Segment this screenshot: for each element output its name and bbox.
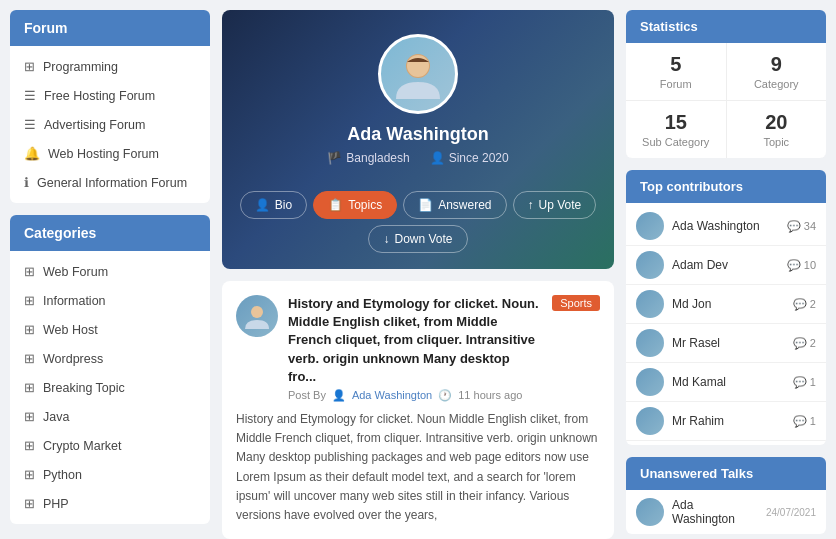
contributor-name: Ada Washington: [672, 219, 779, 233]
category-item-icon: ⊞: [24, 322, 35, 337]
contributor-count: 💬 2: [793, 337, 816, 350]
sidebar-forum-item[interactable]: ⊞Programming: [10, 52, 210, 81]
post-author-link[interactable]: Ada Washington: [352, 389, 432, 401]
sidebar-category-item[interactable]: ⊞Crypto Market: [10, 431, 210, 460]
contributor-name: Adam Dev: [672, 258, 779, 272]
category-item-icon: ⊞: [24, 351, 35, 366]
profile-tab-answered[interactable]: 📄Answered: [403, 191, 506, 219]
forum-item-label: General Information Forum: [37, 176, 187, 190]
sidebar-category-item[interactable]: ⊞Web Forum: [10, 257, 210, 286]
contributor-name: Mr Rasel: [672, 336, 785, 350]
profile-name: Ada Washington: [347, 124, 488, 145]
sidebar-forum-item[interactable]: ☰Free Hosting Forum: [10, 81, 210, 110]
contributor-name: Md Kamal: [672, 375, 785, 389]
category-item-icon: ⊞: [24, 409, 35, 424]
contributor-item[interactable]: Ada Washington 💬 34: [626, 207, 826, 246]
contributor-avatar: [636, 251, 664, 279]
contributor-avatar: [636, 212, 664, 240]
profile-tab-down-vote[interactable]: ↓Down Vote: [368, 225, 467, 253]
profile-tab-bio[interactable]: 👤Bio: [240, 191, 307, 219]
contributor-item[interactable]: Md Kamal 💬 1: [626, 363, 826, 402]
category-item-label: Web Forum: [43, 265, 108, 279]
category-item-icon: ⊞: [24, 496, 35, 511]
sidebar-category-item[interactable]: ⊞Information: [10, 286, 210, 315]
post-meta: Post By 👤 Ada Washington 🕐 11 hours ago: [288, 389, 600, 402]
forum-item-label: Free Hosting Forum: [44, 89, 155, 103]
category-item-icon: ⊞: [24, 467, 35, 482]
contributor-avatar: [636, 290, 664, 318]
contributor-count: 💬 10: [787, 259, 816, 272]
stat-label: Sub Category: [632, 136, 720, 148]
tab-icon: 👤: [255, 198, 270, 212]
sidebar-forum-item[interactable]: ☰Advertising Forum: [10, 110, 210, 139]
profile-tab-topics[interactable]: 📋Topics: [313, 191, 397, 219]
unanswered-date: 24/07/2021: [766, 507, 816, 518]
stat-number: 15: [632, 111, 720, 134]
unanswered-name: Ada Washington: [672, 498, 758, 526]
sidebar-category-item[interactable]: ⊞Python: [10, 460, 210, 489]
category-item-icon: ⊞: [24, 438, 35, 453]
category-item-label: Java: [43, 410, 69, 424]
right-sidebar: Statistics 5Forum9Category15Sub Category…: [626, 10, 826, 539]
categories-section: Categories ⊞Web Forum⊞Information⊞Web Ho…: [10, 215, 210, 524]
user-icon: 👤: [430, 151, 445, 165]
profile-country: 🏴 Bangladesh: [327, 151, 409, 165]
forum-header: Forum: [10, 10, 210, 46]
tab-label: Down Vote: [394, 232, 452, 246]
profile-since: 👤 Since 2020: [430, 151, 509, 165]
unanswered-widget: Unanswered Talks Ada Washington 24/07/20…: [626, 457, 826, 534]
contributor-item[interactable]: Mr Rahim 💬 1: [626, 402, 826, 441]
stat-label: Category: [733, 78, 821, 90]
sidebar-category-item[interactable]: ⊞Java: [10, 402, 210, 431]
category-item-label: Python: [43, 468, 82, 482]
forum-section: Forum ⊞Programming☰Free Hosting Forum☰Ad…: [10, 10, 210, 203]
flag-icon: 🏴: [327, 151, 342, 165]
stat-label: Topic: [733, 136, 821, 148]
forum-item-icon: ☰: [24, 88, 36, 103]
contributor-name: Md Jon: [672, 297, 785, 311]
forum-item-icon: 🔔: [24, 146, 40, 161]
post-card: Sports History and Etymology for clicket…: [222, 281, 614, 539]
unanswered-item[interactable]: Ada Washington 24/07/2021: [626, 490, 826, 534]
forum-item-icon: ⊞: [24, 59, 35, 74]
sidebar-forum-item[interactable]: 🔔Web Hosting Forum: [10, 139, 210, 168]
tab-label: Topics: [348, 198, 382, 212]
post-badge: Sports: [552, 295, 600, 311]
stat-cell: 20Topic: [727, 101, 827, 158]
contributor-item[interactable]: Adam Dev 💬 10: [626, 246, 826, 285]
avatar: [378, 34, 458, 114]
profile-card: Ada Washington 🏴 Bangladesh 👤 Since 2020…: [222, 10, 614, 269]
contributor-count: 💬 34: [787, 220, 816, 233]
category-item-label: Breaking Topic: [43, 381, 125, 395]
category-item-label: Information: [43, 294, 106, 308]
stat-label: Forum: [632, 78, 720, 90]
category-item-label: Crypto Market: [43, 439, 122, 453]
tab-label: Answered: [438, 198, 491, 212]
top-contributors-widget: Top contributors Ada Washington 💬 34 Ada…: [626, 170, 826, 445]
contributor-avatar: [636, 368, 664, 396]
forum-item-icon: ℹ: [24, 175, 29, 190]
categories-header: Categories: [10, 215, 210, 251]
post-header: History and Etymology for clicket. Noun.…: [236, 295, 600, 402]
sidebar-category-item[interactable]: ⊞Web Host: [10, 315, 210, 344]
stat-cell: 15Sub Category: [626, 101, 726, 158]
category-item-icon: ⊞: [24, 264, 35, 279]
category-item-icon: ⊞: [24, 293, 35, 308]
contributor-count: 💬 1: [793, 415, 816, 428]
contributor-item[interactable]: Mr Rasel 💬 2: [626, 324, 826, 363]
sidebar-forum-item[interactable]: ℹGeneral Information Forum: [10, 168, 210, 197]
profile-top: Ada Washington 🏴 Bangladesh 👤 Since 2020: [222, 10, 614, 181]
sidebar-category-item[interactable]: ⊞PHP: [10, 489, 210, 518]
forum-item-label: Programming: [43, 60, 118, 74]
post-author-avatar: [236, 295, 278, 337]
unanswered-avatar: [636, 498, 664, 526]
contributor-count: 💬 2: [793, 298, 816, 311]
category-item-label: Web Host: [43, 323, 98, 337]
left-sidebar: Forum ⊞Programming☰Free Hosting Forum☰Ad…: [10, 10, 210, 539]
sidebar-category-item[interactable]: ⊞Wordpress: [10, 344, 210, 373]
post-body: History and Etymology for clicket. Noun …: [236, 410, 600, 525]
profile-tab-up-vote[interactable]: ↑Up Vote: [513, 191, 597, 219]
sidebar-category-item[interactable]: ⊞Breaking Topic: [10, 373, 210, 402]
contributor-item[interactable]: Md Jon 💬 2: [626, 285, 826, 324]
forum-list: ⊞Programming☰Free Hosting Forum☰Advertis…: [10, 46, 210, 203]
